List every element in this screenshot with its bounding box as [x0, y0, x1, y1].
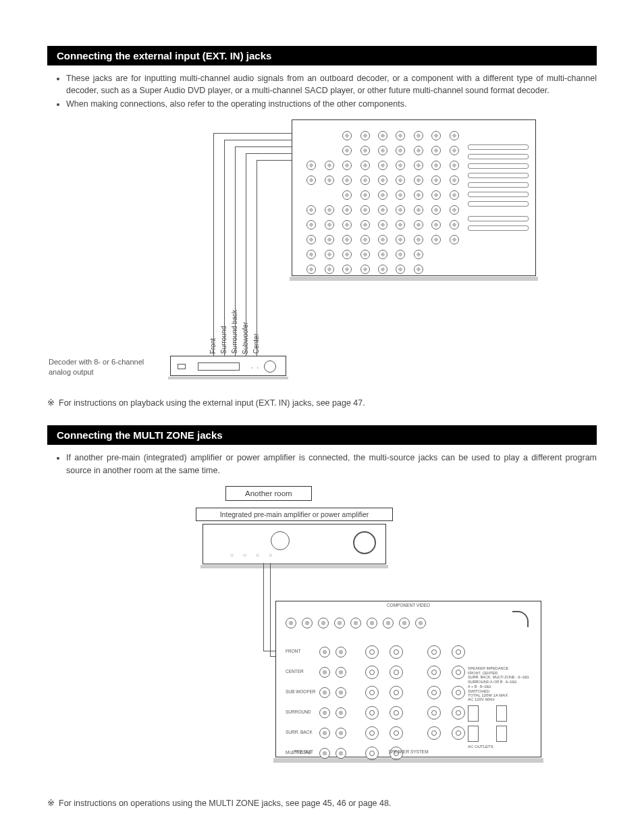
cable-label-surround-back: Surround back [231, 310, 240, 354]
cable-label-front: Front [209, 338, 219, 354]
speaker-system-label: SPEAKER SYSTEM [357, 749, 460, 754]
footnote-text: For instructions on operations using the… [59, 799, 391, 808]
impedance-note: SPEAKER IMPEDANCE FRONT, CENTER, SURR. B… [468, 666, 531, 689]
component-video-row [286, 608, 531, 638]
vent-slots-icon [468, 144, 529, 235]
component-video-label: COMPONENT VIDEO [276, 603, 541, 608]
receiver-rear-panel-2: COMPONENT VIDEO FRONT CENTER SUB WOOFER [275, 601, 541, 757]
another-room-label: Another room [225, 486, 312, 501]
cable-label-surround: Surround [220, 326, 230, 354]
bullet-item: When making connections, also refer to t… [66, 98, 597, 110]
footnote-text: For instructions on playback using the e… [59, 398, 365, 408]
section-heading-multizone: Connecting the MULTI ZONE jacks [47, 425, 597, 445]
cable-label-center: Center [252, 333, 262, 354]
pre-out-label: PRE OUT [294, 749, 313, 754]
amplifier-illustration: ○ ○ ○ ○ [203, 524, 386, 564]
section-heading-ext-in: Connecting the external input (EXT. IN) … [47, 46, 597, 65]
multizone-diagram: Another room Integrated pre-main amplifi… [47, 486, 597, 790]
bullet-item: These jacks are for inputting multi-chan… [66, 72, 597, 97]
reference-mark-icon: ※ [47, 799, 55, 808]
manual-page: Connecting the external input (EXT. IN) … [0, 0, 644, 835]
reference-mark-icon: ※ [47, 398, 55, 408]
preout-speaker-grid: FRONT CENTER SUB WOOFER SURROUND SURR. B… [286, 643, 460, 747]
multizone-bullet-list: If another pre-main (integrated) amplifi… [47, 452, 597, 476]
ac-outlets-block: SWITCHED TOTAL 120W 1A MAX AC 120V 60Hz … [468, 689, 531, 736]
jack-grid [304, 130, 461, 266]
cable-label-subwoofer: Subwoofer [242, 322, 251, 354]
amp-caption: Integrated pre-main amplifier or power a… [196, 508, 393, 521]
receiver-rear-panel [292, 119, 536, 276]
multizone-footnote: ※For instructions on operations using th… [47, 798, 597, 808]
ext-in-footnote: ※For instructions on playback using the … [47, 398, 597, 408]
decoder-caption: Decoder with 8- or 6-channel analog outp… [49, 357, 163, 377]
bullet-item: If another pre-main (integrated) amplifi… [66, 452, 597, 476]
decoder-illustration: ◦ ◦ [170, 356, 286, 376]
ext-in-diagram: Decoder with 8- or 6-channel analog outp… [47, 119, 597, 389]
ext-in-bullet-list: These jacks are for inputting multi-chan… [47, 72, 597, 110]
